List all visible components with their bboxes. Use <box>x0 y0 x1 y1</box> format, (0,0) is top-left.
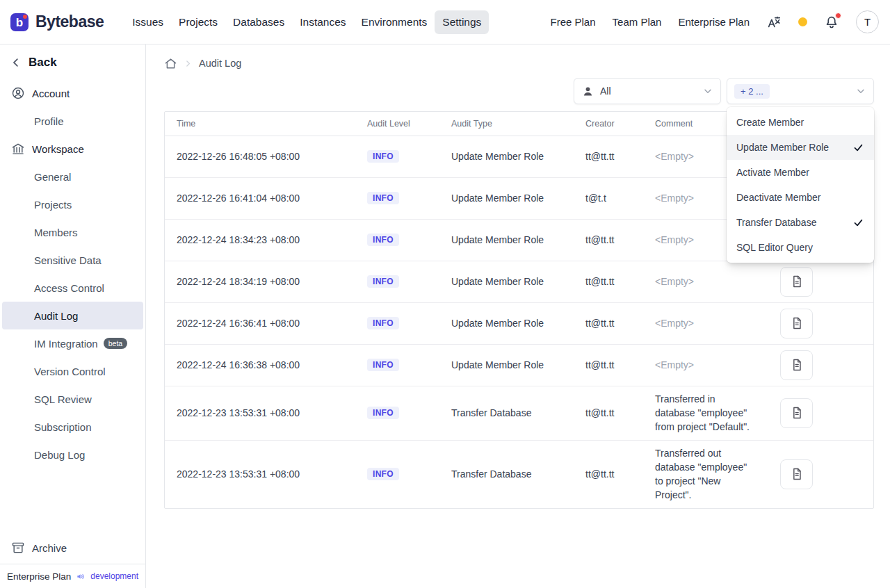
announcement-dot-icon <box>798 17 807 26</box>
column-header-audit-level: Audit Level <box>355 112 439 136</box>
audit-level-badge: INFO <box>367 150 399 163</box>
audit-level-badge: INFO <box>367 234 399 246</box>
sidebar-item-projects[interactable]: Projects <box>2 190 143 218</box>
table-row: 2022-12-24 18:34:19 +08:00 INFO Update M… <box>165 261 873 302</box>
audit-level-badge: INFO <box>367 407 399 419</box>
sidebar-footer: Enterprise Plan development <box>0 564 145 588</box>
nav-item-environments[interactable]: Environments <box>354 10 435 34</box>
audit-level-badge: INFO <box>367 275 399 288</box>
logo-wordmark: Bytebase <box>35 13 104 31</box>
menu-item-sql-editor-query[interactable]: SQL Editor Query <box>727 235 874 260</box>
translate-icon[interactable] <box>766 15 782 30</box>
sidebar-item-version-control[interactable]: Version Control <box>2 357 143 385</box>
document-icon <box>790 358 804 372</box>
sidebar-item-label: Debug Log <box>34 449 85 461</box>
archive-icon <box>11 541 25 555</box>
view-payload-button[interactable] <box>780 350 813 380</box>
cell-time: 2022-12-26 16:48:05 +08:00 <box>165 136 355 177</box>
sidebar-item-im-integration[interactable]: IM Integration beta <box>2 329 143 357</box>
archive-label: Archive <box>32 542 67 554</box>
enterprise-plan-link[interactable]: Enterprise Plan <box>678 16 750 28</box>
menu-item-label: Deactivate Member <box>736 192 820 203</box>
view-payload-button[interactable] <box>780 267 813 297</box>
notification-bell-icon[interactable] <box>824 15 839 30</box>
column-header-creator: Creator <box>574 112 643 136</box>
nav-item-databases[interactable]: Databases <box>225 10 292 34</box>
sidebar-item-label: Projects <box>34 199 72 211</box>
cell-audit-type: Update Member Role <box>439 219 574 261</box>
cell-audit-type: Update Member Role <box>439 344 574 386</box>
view-payload-button[interactable] <box>780 398 813 428</box>
cell-creator: tt@tt.tt <box>574 386 643 440</box>
audit-level-badge: INFO <box>367 192 399 204</box>
sidebar-item-label: Version Control <box>34 366 106 377</box>
archive-button[interactable]: Archive <box>0 532 145 564</box>
sidebar-item-audit-log[interactable]: Audit Log <box>2 302 143 329</box>
cell-creator: tt@tt.tt <box>574 136 643 177</box>
cell-time: 2022-12-24 18:34:23 +08:00 <box>165 219 355 261</box>
cell-audit-type: Transfer Database <box>439 386 574 440</box>
cell-audit-type: Update Member Role <box>439 136 574 177</box>
sidebar-item-access-control[interactable]: Access Control <box>2 274 143 302</box>
table-row: 2022-12-24 16:36:41 +08:00 INFO Update M… <box>165 302 873 344</box>
cell-comment: Transferred in database "employee" from … <box>643 386 761 440</box>
nav-item-instances[interactable]: Instances <box>292 10 353 34</box>
sidebar-section-workspace: Workspace <box>0 135 145 163</box>
sidebar-item-members[interactable]: Members <box>2 218 143 246</box>
sidebar-item-label: Access Control <box>34 282 104 294</box>
check-icon <box>852 142 864 154</box>
back-button[interactable]: Back <box>0 54 145 79</box>
cell-creator: tt@tt.tt <box>574 440 643 508</box>
menu-item-deactivate-member[interactable]: Deactivate Member <box>727 185 874 210</box>
sidebar-item-sql-review[interactable]: SQL Review <box>2 385 143 413</box>
menu-item-label: Activate Member <box>736 167 809 178</box>
cell-time: 2022-12-24 16:36:41 +08:00 <box>165 302 355 344</box>
main-content: Audit Log All + 2 ... <box>146 44 890 588</box>
layout: Back Account Profile Workspace General <box>0 44 890 588</box>
sidebar-item-subscription[interactable]: Subscription <box>2 413 143 441</box>
column-header-time: Time <box>165 112 355 136</box>
sidebar-item-label: Audit Log <box>34 310 78 322</box>
sidebar-item-profile[interactable]: Profile <box>2 107 143 135</box>
speaker-icon <box>76 571 86 582</box>
sidebar-item-sensitive-data[interactable]: Sensitive Data <box>2 246 143 274</box>
menu-item-create-member[interactable]: Create Member <box>727 110 874 135</box>
table-row: 2022-12-24 16:36:38 +08:00 INFO Update M… <box>165 344 873 386</box>
account-circle-icon <box>11 86 25 100</box>
team-plan-link[interactable]: Team Plan <box>613 16 662 28</box>
sidebar-item-label: Subscription <box>34 421 92 433</box>
audit-type-filter-select[interactable]: + 2 ... <box>727 78 874 104</box>
menu-item-label: Transfer Database <box>736 217 816 228</box>
sidebar-item-label: Members <box>34 227 78 238</box>
workspace-bank-icon <box>11 142 25 156</box>
audit-level-badge: INFO <box>367 468 399 480</box>
menu-item-transfer-database[interactable]: Transfer Database <box>727 210 874 235</box>
app-root: b Bytebase Issues Projects Databases Ins… <box>0 0 890 588</box>
nav-item-issues[interactable]: Issues <box>124 10 171 34</box>
menu-item-activate-member[interactable]: Activate Member <box>727 160 874 185</box>
avatar[interactable]: T <box>856 10 879 33</box>
table-row: 2022-12-23 13:53:31 +08:00 INFO Transfer… <box>165 440 873 508</box>
menu-item-label: Update Member Role <box>736 142 829 153</box>
nav-item-projects[interactable]: Projects <box>171 10 225 34</box>
creator-filter-select[interactable]: All <box>574 78 721 104</box>
view-payload-button[interactable] <box>780 459 813 489</box>
sidebar-item-debug-log[interactable]: Debug Log <box>2 441 143 468</box>
view-payload-button[interactable] <box>780 309 813 338</box>
cell-creator: tt@tt.tt <box>574 261 643 302</box>
sidebar-item-general[interactable]: General <box>2 163 143 190</box>
bytebase-logo[interactable]: b Bytebase <box>10 13 104 32</box>
home-icon[interactable] <box>164 57 177 70</box>
cell-time: 2022-12-23 13:53:31 +08:00 <box>165 386 355 440</box>
cell-audit-type: Transfer Database <box>439 440 574 508</box>
navbar-right: Free Plan Team Plan Enterprise Plan T <box>551 10 879 33</box>
free-plan-link[interactable]: Free Plan <box>551 16 596 28</box>
sidebar-item-label: Profile <box>34 115 64 127</box>
menu-item-update-member-role[interactable]: Update Member Role <box>727 135 874 160</box>
cell-time: 2022-12-23 13:53:31 +08:00 <box>165 440 355 508</box>
chevron-right-icon <box>184 59 193 68</box>
document-icon <box>790 275 804 288</box>
nav-item-settings[interactable]: Settings <box>435 10 489 34</box>
filter-row: All + 2 ... Create Member <box>164 78 874 104</box>
document-icon <box>790 467 804 481</box>
